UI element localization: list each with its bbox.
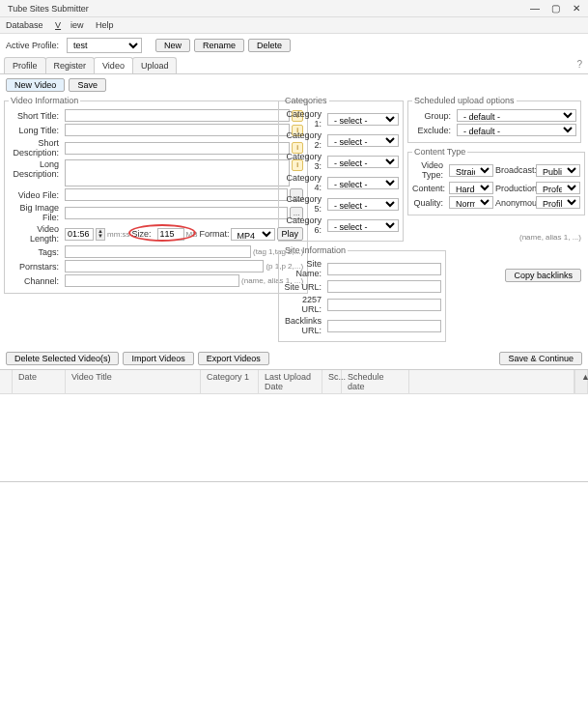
col-categories: Categories Category 1:- select - Categor… [278,96,404,346]
col-video-info: Video Information Short Title: i Long Ti… [4,96,274,346]
video-type-label: Video Type: [412,160,447,180]
group-select[interactable]: - default - [457,109,576,122]
videos-table: Date Video Title Category 1 Last Upload … [0,369,588,482]
group-label: Group: [412,111,455,121]
col-date[interactable]: Date [13,370,66,393]
tab-upload[interactable]: Upload [132,57,178,73]
url-2257-label: 2257 URL: [283,295,325,314]
long-title-input[interactable] [65,124,290,136]
mb-hint: MB [186,230,198,239]
exclude-label: Exclude: [412,126,455,135]
category-5-label: Category 5: [283,194,325,214]
import-videos-button[interactable]: Import Videos [123,352,193,365]
long-desc-input[interactable] [65,159,290,186]
row-selector-header[interactable] [0,370,13,393]
col-last-upload[interactable]: Last Upload Date [259,370,322,393]
short-title-input[interactable] [65,109,290,122]
content-type-group: Content Type Video Type: Straight Broadc… [407,147,585,215]
production-select[interactable]: Professional [536,182,580,194]
new-profile-button[interactable]: New [155,39,190,52]
video-type-select[interactable]: Straight [449,164,493,177]
category-1-label: Category 1: [283,109,325,129]
table-body[interactable] [0,394,588,481]
tags-input[interactable] [65,245,251,258]
short-desc-input[interactable] [65,142,290,155]
long-title-label: Long Title: [9,126,63,135]
broadcast-select[interactable]: Public [536,164,580,177]
active-profile-label: Active Profile: [6,41,63,50]
col-sc[interactable]: Sc... [322,370,342,393]
video-toolbar: New Video Save [0,74,588,96]
site-information-legend: Site Information [283,245,348,255]
tab-profile[interactable]: Profile [4,57,46,73]
category-3-label: Category 3: [283,152,325,171]
anonymous-select[interactable]: Profile [536,196,580,209]
content-type-legend: Content Type [412,147,467,157]
save-button[interactable]: Save [69,78,106,92]
channel-input[interactable] [65,274,239,287]
col-schedule-date[interactable]: Schedule date [342,370,409,393]
window-controls: — ▢ ✕ [520,3,580,14]
col-spacer [409,370,574,393]
category-5-select[interactable]: - select - [327,198,399,211]
delete-selected-button[interactable]: Delete Selected Video(s) [6,352,119,365]
save-continue-button[interactable]: Save & Continue [499,352,582,365]
exclude-select[interactable]: - default - [457,124,576,136]
anonymous-label: Anonymous: [495,198,534,208]
maximize-icon[interactable]: ▢ [551,3,560,14]
col-right: Scheduled upload options Group:- default… [407,96,581,346]
main-panel: Video Information Short Title: i Long Ti… [0,96,588,350]
pornstars-input[interactable] [65,260,264,272]
format-select[interactable]: MP4 [231,228,275,241]
channel-label: Channel: [9,276,63,286]
delete-profile-button[interactable]: Delete [248,39,291,52]
new-video-button[interactable]: New Video [6,78,65,92]
short-desc-label: Short Description: [9,138,63,158]
help-icon[interactable]: ? [576,59,582,70]
category-4-label: Category 4: [283,173,325,192]
format-label: Format: [200,229,229,239]
content-select[interactable]: Hardcore [449,182,493,194]
category-2-select[interactable]: - select - [327,134,399,147]
video-file-input[interactable] [65,188,288,201]
scrollbar-up-icon[interactable]: ▲ [574,370,588,393]
category-6-select[interactable]: - select - [327,219,399,232]
size-input[interactable] [157,228,184,241]
quality-select[interactable]: Normal [449,196,493,209]
video-information-group: Video Information Short Title: i Long Ti… [4,96,308,294]
video-information-legend: Video Information [9,96,80,105]
tab-video[interactable]: Video [94,57,133,73]
table-header: Date Video Title Category 1 Last Upload … [0,370,588,394]
col-video-title[interactable]: Video Title [66,370,201,393]
mmss-hint: mm:ss [107,230,130,239]
category-3-select[interactable]: - select - [327,156,399,168]
profile-row: Active Profile: test New Rename Delete [0,34,588,57]
menu-database[interactable]: Database [6,20,43,30]
active-profile-select[interactable]: test [67,38,142,53]
category-1-select[interactable]: - select - [327,113,399,126]
category-4-select[interactable]: - select - [327,177,399,189]
menu-help[interactable]: Help [96,20,114,30]
app-title: Tube Sites Submitter [8,4,89,14]
close-icon[interactable]: ✕ [573,3,580,14]
col-category-1[interactable]: Category 1 [201,370,259,393]
minimize-icon[interactable]: — [530,3,540,14]
video-length-input[interactable] [65,228,94,241]
scheduled-upload-group: Scheduled upload options Group:- default… [407,96,581,143]
menu-view[interactable]: View [55,20,84,30]
big-image-file-label: Big Image File: [9,203,63,222]
site-name-hint: (name, alias 1, ...) [519,233,581,242]
long-desc-label: Long Description: [9,159,63,179]
tab-register[interactable]: Register [45,57,96,73]
menu-bar: Database View Help [0,17,588,34]
big-image-file-input[interactable] [65,207,288,219]
content-label: Content: [412,184,447,193]
title-bar: Tube Sites Submitter — ▢ ✕ [0,0,588,17]
copy-backlinks-button[interactable]: Copy backlinks [505,269,581,282]
export-videos-button[interactable]: Export Videos [198,352,269,365]
rename-profile-button[interactable]: Rename [194,39,244,52]
video-length-label: Video Length: [9,224,63,244]
broadcast-label: Broadcast: [495,165,534,175]
length-spinner[interactable]: ▲▼ [96,228,105,241]
play-button[interactable]: Play [277,227,304,241]
